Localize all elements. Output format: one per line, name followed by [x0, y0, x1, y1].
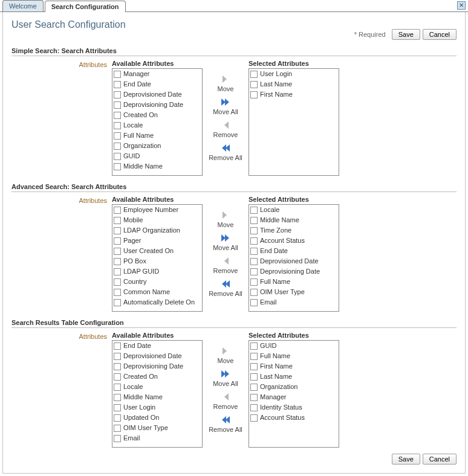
checkbox-icon[interactable]	[114, 435, 121, 442]
tab-search-configuration[interactable]: Search Configuration	[45, 1, 126, 12]
checkbox-icon[interactable]	[114, 353, 121, 360]
checkbox-icon[interactable]	[114, 425, 121, 432]
tab-welcome[interactable]: Welcome	[2, 0, 44, 11]
list-item[interactable]: Full Name	[112, 130, 202, 141]
list-item[interactable]: Pager	[112, 236, 202, 246]
move-icon[interactable]	[221, 210, 230, 220]
list-item[interactable]: Deprovisioning Date	[112, 361, 202, 371]
list-item[interactable]: Deprovisioned Date	[249, 256, 339, 266]
checkbox-icon[interactable]	[250, 343, 258, 350]
list-item[interactable]: Mobile	[112, 215, 202, 225]
list-item[interactable]: PO Box	[112, 256, 202, 266]
checkbox-icon[interactable]	[114, 153, 121, 160]
checkbox-icon[interactable]	[114, 163, 121, 170]
checkbox-icon[interactable]	[250, 299, 258, 306]
list-item[interactable]: User Login	[249, 69, 339, 79]
selected-listbox[interactable]: GUIDFull NameFirst NameLast NameOrganiza…	[249, 340, 339, 448]
available-listbox[interactable]: End DateDeprovisioned DateDeprovisioning…	[112, 340, 203, 448]
checkbox-icon[interactable]	[114, 278, 121, 286]
checkbox-icon[interactable]	[250, 414, 258, 422]
cancel-button[interactable]: Cancel	[423, 29, 457, 40]
list-item[interactable]: Created On	[112, 371, 202, 382]
available-listbox[interactable]: Employee NumberMobileLDAP OrganizationPa…	[112, 204, 203, 312]
checkbox-icon[interactable]	[114, 143, 121, 150]
checkbox-icon[interactable]	[114, 81, 121, 88]
move-icon[interactable]	[221, 74, 230, 84]
close-icon[interactable]: ✕	[457, 1, 466, 10]
list-item[interactable]: End Date	[112, 79, 202, 89]
list-item[interactable]: GUID	[249, 341, 339, 351]
checkbox-icon[interactable]	[250, 248, 258, 255]
checkbox-icon[interactable]	[114, 258, 121, 265]
list-item[interactable]: OIM User Type	[112, 423, 202, 433]
list-item[interactable]: Updated On	[112, 413, 202, 423]
list-item[interactable]: Deprovisioning Date	[112, 100, 202, 110]
available-listbox[interactable]: ManagerEnd DateDeprovisioned DateDeprovi…	[112, 68, 203, 176]
checkbox-icon[interactable]	[114, 207, 121, 214]
list-item[interactable]: First Name	[249, 361, 339, 371]
checkbox-icon[interactable]	[250, 227, 258, 234]
list-item[interactable]: Country	[112, 277, 202, 287]
checkbox-icon[interactable]	[114, 384, 121, 391]
move-all-icon[interactable]	[221, 97, 230, 107]
cancel-button-bottom[interactable]: Cancel	[423, 454, 457, 465]
checkbox-icon[interactable]	[114, 414, 121, 422]
list-item[interactable]: Automatically Delete On	[112, 297, 202, 307]
remove-all-icon[interactable]	[221, 279, 230, 289]
checkbox-icon[interactable]	[114, 237, 121, 245]
list-item[interactable]: End Date	[112, 341, 202, 351]
checkbox-icon[interactable]	[250, 268, 258, 275]
list-item[interactable]: Manager	[249, 392, 339, 402]
move-icon[interactable]	[221, 346, 230, 356]
list-item[interactable]: Manager	[112, 69, 202, 79]
checkbox-icon[interactable]	[114, 227, 121, 234]
list-item[interactable]: Middle Name	[249, 215, 339, 225]
list-item[interactable]: Deprovisioned Date	[112, 89, 202, 100]
list-item[interactable]: LDAP GUID	[112, 266, 202, 277]
checkbox-icon[interactable]	[250, 363, 258, 370]
checkbox-icon[interactable]	[114, 101, 121, 109]
list-item[interactable]: Organization	[112, 141, 202, 151]
checkbox-icon[interactable]	[250, 404, 258, 411]
list-item[interactable]: Organization	[249, 382, 339, 392]
checkbox-icon[interactable]	[114, 373, 121, 381]
list-item[interactable]: Last Name	[249, 371, 339, 382]
checkbox-icon[interactable]	[250, 207, 258, 214]
selected-listbox[interactable]: LocaleMiddle NameTime ZoneAccount Status…	[249, 204, 339, 312]
save-button[interactable]: Save	[392, 29, 420, 40]
checkbox-icon[interactable]	[114, 363, 121, 370]
remove-all-icon[interactable]	[221, 415, 230, 425]
list-item[interactable]: Time Zone	[249, 225, 339, 236]
remove-all-icon[interactable]	[221, 143, 230, 153]
checkbox-icon[interactable]	[114, 394, 121, 401]
list-item[interactable]: Deprovisioning Date	[249, 266, 339, 277]
remove-icon[interactable]	[221, 256, 230, 266]
list-item[interactable]: Last Name	[249, 79, 339, 89]
list-item[interactable]: Common Name	[112, 287, 202, 297]
list-item[interactable]: Locale	[112, 382, 202, 392]
checkbox-icon[interactable]	[250, 237, 258, 245]
remove-icon[interactable]	[221, 392, 230, 402]
checkbox-icon[interactable]	[114, 91, 121, 98]
remove-icon[interactable]	[221, 120, 230, 130]
checkbox-icon[interactable]	[250, 217, 258, 224]
list-item[interactable]: Email	[249, 297, 339, 307]
checkbox-icon[interactable]	[250, 384, 258, 391]
checkbox-icon[interactable]	[114, 71, 121, 78]
checkbox-icon[interactable]	[114, 132, 121, 140]
list-item[interactable]: User Login	[112, 402, 202, 413]
checkbox-icon[interactable]	[250, 71, 258, 78]
checkbox-icon[interactable]	[250, 278, 258, 286]
checkbox-icon[interactable]	[250, 91, 258, 98]
selected-listbox[interactable]: User LoginLast NameFirst Name	[249, 68, 339, 176]
list-item[interactable]: Locale	[112, 120, 202, 130]
checkbox-icon[interactable]	[250, 394, 258, 401]
list-item[interactable]: Email	[112, 433, 202, 443]
list-item[interactable]: Account Status	[249, 413, 339, 423]
list-item[interactable]: LDAP Organization	[112, 225, 202, 236]
checkbox-icon[interactable]	[114, 289, 121, 296]
checkbox-icon[interactable]	[114, 112, 121, 119]
checkbox-icon[interactable]	[114, 299, 121, 306]
list-item[interactable]: Middle Name	[112, 161, 202, 172]
checkbox-icon[interactable]	[250, 373, 258, 381]
